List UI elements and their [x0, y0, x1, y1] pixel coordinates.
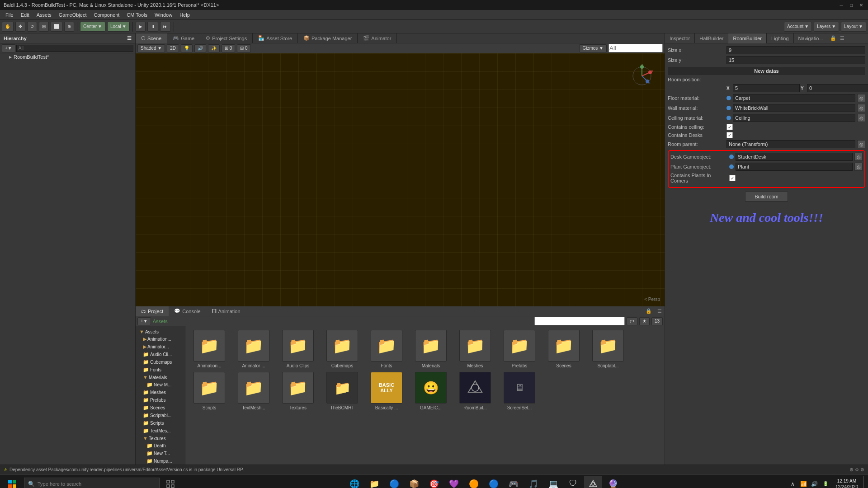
asset-materials-folder[interactable]: 📁 Materials [410, 330, 451, 368]
fx-toggle[interactable]: ✨ [208, 44, 220, 52]
pos-y-input[interactable] [807, 84, 868, 92]
asset-roombuilder[interactable]: RoomBuil... [455, 372, 495, 410]
tab-roombuilder[interactable]: RoomBuilder [728, 33, 767, 43]
taskbar-app1[interactable]: 🎯 [425, 476, 443, 488]
contains-ceiling-checkbox[interactable]: ✓ [726, 124, 733, 130]
asset-filter-btn[interactable]: 🏷 [627, 317, 637, 325]
taskbar-chrome[interactable]: 🔵 [385, 476, 403, 488]
move-tool[interactable]: ✥ [15, 22, 25, 32]
tree-death[interactable]: 📁 Death [136, 442, 185, 450]
tree-meshes[interactable]: 📁 Meshes [136, 389, 185, 396]
layout-button[interactable]: Layout ▼ [841, 22, 866, 32]
local-global-button[interactable]: Local ▼ [107, 22, 130, 32]
asset-audioclips-folder[interactable]: 📁 Audio Clips [278, 330, 318, 368]
tab-asset-store[interactable]: 🏪 Asset Store [253, 33, 298, 43]
taskbar-edge[interactable]: 🌐 [345, 476, 363, 488]
menu-gameobject[interactable]: GameObject [55, 11, 90, 19]
tree-numpa1[interactable]: 📁 Numpa... [136, 457, 185, 465]
tray-network[interactable]: 📶 [799, 476, 808, 488]
scale-tool[interactable]: ⊞ [39, 22, 49, 32]
floor-material-picker[interactable]: ◎ [857, 94, 865, 102]
tree-animator[interactable]: ▶ Animator... [136, 343, 185, 351]
time-display[interactable]: 12:19 AM 12/24/2020 [832, 478, 862, 488]
tree-new-t[interactable]: 📁 New T... [136, 450, 185, 457]
show-desktop[interactable] [863, 476, 866, 488]
play-button[interactable]: ▶ [136, 22, 146, 32]
taskbar-app7[interactable]: 🛡 [564, 476, 582, 488]
menu-file[interactable]: File [2, 11, 17, 19]
asset-animator-folder[interactable]: 📁 Animator ... [233, 330, 274, 368]
menu-help[interactable]: Help [176, 11, 193, 19]
taskbar-app5[interactable]: 🎵 [524, 476, 542, 488]
audio-toggle[interactable]: 🔊 [194, 44, 206, 52]
tab-game[interactable]: 🎮 Game [167, 33, 200, 43]
tree-textures[interactable]: ▼ Textures [136, 435, 185, 442]
taskbar-explorer[interactable]: 📁 [365, 476, 383, 488]
ceiling-material-picker[interactable]: ◎ [857, 114, 865, 122]
taskbar-app4[interactable]: 🔵 [485, 476, 503, 488]
hand-tool[interactable]: ✋ [2, 22, 14, 32]
asset-scriptable-folder[interactable]: 📁 Scriptabl... [588, 330, 628, 368]
menu-window[interactable]: Window [151, 11, 176, 19]
tree-textmesh[interactable]: 📁 TextMes... [136, 427, 185, 435]
asset-prefabs-folder[interactable]: 📁 Prefabs [499, 330, 540, 368]
maximize-button[interactable]: □ [848, 2, 854, 8]
asset-star-btn[interactable]: ★ [639, 317, 650, 325]
asset-basically[interactable]: BASICALLY Basically ... [366, 372, 407, 410]
taskbar-app6[interactable]: 💻 [544, 476, 562, 488]
tree-scenes[interactable]: 📁 Scenes [136, 404, 185, 412]
taskbar-app2[interactable]: 💜 [445, 476, 463, 488]
taskbar-app3[interactable]: 🟠 [465, 476, 483, 488]
add-asset-button[interactable]: +▼ [137, 317, 151, 325]
center-pivot-button[interactable]: Center ▼ [80, 22, 105, 32]
gizmos-button[interactable]: Gizmos ▼ [579, 44, 607, 52]
start-button[interactable] [2, 476, 22, 488]
tree-prefabs[interactable]: 📁 Prefabs [136, 396, 185, 404]
transform-tool[interactable]: ⊕ [64, 22, 74, 32]
taskbar-dropbox[interactable]: 📦 [405, 476, 423, 488]
tab-inspector[interactable]: Inspector [665, 33, 695, 43]
tree-scripts[interactable]: 📁 Scripts [136, 419, 185, 427]
asset-cubemaps-folder[interactable]: 📁 Cubemaps [322, 330, 363, 368]
taskbar-visualstudio[interactable]: 🔮 [604, 476, 622, 488]
asset-textures-folder[interactable]: 📁 Textures [278, 372, 318, 410]
asset-count-btn[interactable]: 13 [651, 317, 663, 325]
tree-assets-root[interactable]: ▼ Assets [136, 328, 185, 335]
taskbar-search-placeholder[interactable]: Type here to search [38, 481, 81, 487]
tab-scene[interactable]: ⬡ Scene [136, 33, 167, 43]
tab-hallbuilder[interactable]: HallBuilder [695, 33, 728, 43]
desk-gameobject-picker[interactable]: ◎ [854, 153, 863, 161]
tab-animator[interactable]: 🎬 Animator [358, 33, 397, 43]
hierarchy-tree-item[interactable]: ▶ RoomBuildTest* [0, 53, 135, 61]
tab-console[interactable]: 💬 Console [169, 306, 206, 316]
tab-project-settings[interactable]: ⚙ Project Settings [200, 33, 253, 43]
menu-assets[interactable]: Assets [33, 11, 55, 19]
asset-screensel[interactable]: 🖥 ScreenSel... [499, 372, 540, 410]
tray-chevron[interactable]: ∧ [788, 476, 797, 488]
contains-desks-checkbox[interactable]: ✓ [726, 132, 733, 138]
rotate-tool[interactable]: ↺ [27, 22, 37, 32]
tray-battery[interactable]: 🔋 [821, 476, 830, 488]
tree-animation[interactable]: ▶ Animation... [136, 335, 185, 343]
asset-animation-folder[interactable]: 📁 Animation... [189, 330, 230, 368]
minimize-button[interactable]: ─ [838, 2, 844, 8]
asset-meshes-folder[interactable]: 📁 Meshes [455, 330, 495, 368]
layers-button[interactable]: Layers ▼ [814, 22, 839, 32]
tree-fonts[interactable]: 📁 Fonts [136, 366, 185, 374]
asset-search[interactable] [534, 317, 625, 325]
plant-gameobject-picker[interactable]: ◎ [854, 163, 863, 171]
tree-materials[interactable]: ▼ Materials [136, 374, 185, 381]
lighting-toggle[interactable]: 💡 [181, 44, 193, 52]
grid-toggle[interactable]: ⊞ 0 [222, 44, 235, 52]
bottom-menu-icon[interactable]: ☰ [655, 308, 665, 314]
tray-volume[interactable]: 🔊 [810, 476, 819, 488]
menu-cmtools[interactable]: CM Tools [123, 11, 151, 19]
taskbar-steam[interactable]: 🎮 [505, 476, 523, 488]
menu-component[interactable]: Component [90, 11, 123, 19]
contains-plants-checkbox[interactable]: ✓ [729, 175, 736, 181]
inspector-lock-icon[interactable]: 🔒 [828, 35, 838, 41]
asset-textmesh-folder[interactable]: 📁 TextMesh... [233, 372, 274, 410]
tree-materials-new[interactable]: 📁 New M... [136, 381, 185, 389]
tab-lighting[interactable]: Lighting [767, 33, 794, 43]
hierarchy-search[interactable] [16, 45, 133, 52]
